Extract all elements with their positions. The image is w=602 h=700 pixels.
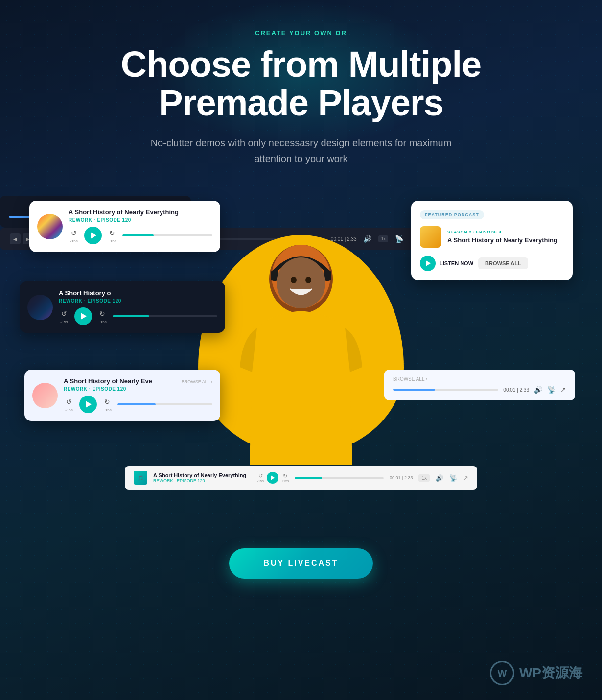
play-icon xyxy=(91,232,96,239)
player-meta-bottom-left: REWORK · EPISODE 120 xyxy=(64,386,212,392)
slim-controls: ↺ -15s ↻ +15s xyxy=(257,472,289,484)
person-image xyxy=(203,210,399,465)
player-meta-dark: REWORK · EPISODE 120 xyxy=(59,298,217,303)
player-mid-dark: A Short History o REWORK · EPISODE 120 ↺… xyxy=(20,281,225,333)
person-svg xyxy=(218,230,384,465)
player-title-dark: A Short History o xyxy=(59,289,217,297)
slim-title-block: A Short History of Nearly Everything REW… xyxy=(153,472,246,483)
player-info-bottom-left: A Short History of Nearly Eve BROWSE ALL… xyxy=(64,377,212,413)
cta-section: BUY LIVECAST xyxy=(0,529,602,618)
player-title-bottom-left: A Short History of Nearly Eve xyxy=(64,377,152,385)
player-bottom-left: A Short History of Nearly Eve BROWSE ALL… xyxy=(24,370,220,421)
slim-speed-badge[interactable]: 1x xyxy=(418,474,430,482)
featured-text: SEASON 2 · EPISODE 4 A Short History of … xyxy=(447,230,557,245)
player-avatar-dark xyxy=(27,295,53,320)
forward-btn-dark[interactable]: ↻ +15s xyxy=(97,308,108,324)
play-button-dark[interactable] xyxy=(74,307,92,325)
slim-title: A Short History of Nearly Everything xyxy=(153,472,246,478)
slim-rewind-btn[interactable]: ↺ -15s xyxy=(257,473,264,483)
slim-meta: REWORK · EPISODE 120 xyxy=(153,478,246,483)
forward-icon-dark: ↻ xyxy=(97,308,108,319)
player-title: A Short History of Nearly Everything xyxy=(69,209,212,216)
slim-forward-btn[interactable]: ↻ +15s xyxy=(281,473,289,483)
svg-point-5 xyxy=(291,277,297,283)
featured-season-meta: SEASON 2 · EPISODE 4 xyxy=(447,230,557,234)
player-controls: ↺ -15s ↻ +15s xyxy=(69,227,212,244)
slim-time: 00:01 | 2:33 xyxy=(390,475,413,480)
slim-logo: 🎵 xyxy=(134,471,147,485)
player-slim-bar: 🎵 A Short History of Nearly Everything R… xyxy=(125,466,477,490)
listen-play-icon xyxy=(426,260,431,266)
prev-nav-btn[interactable]: ◀ xyxy=(10,233,21,244)
progress-bar-bottom-left[interactable] xyxy=(117,403,212,405)
featured-badge: FEATURED PODCAST xyxy=(420,210,484,219)
play-icon-dark xyxy=(81,313,87,320)
progress-fill-bottom-left xyxy=(117,403,156,405)
hero-section: CREATE YOUR OWN OR Choose from Multiple … xyxy=(0,0,602,166)
featured-title: A Short History of Nearly Everything xyxy=(447,236,557,245)
forward-icon: ↻ xyxy=(107,228,117,238)
progress-bar-right-bottom[interactable] xyxy=(393,389,498,391)
right-bottom-header: BROWSE ALL › xyxy=(393,376,566,382)
player-avatar-pink xyxy=(32,383,58,408)
volume-right-bottom[interactable]: 🔊 xyxy=(534,386,542,394)
rewind-icon-dark: ↺ xyxy=(59,308,69,319)
forward-btn-bottom-left[interactable]: ↻ +15s xyxy=(102,397,113,412)
progress-fill xyxy=(122,234,154,236)
player-right-featured: FEATURED PODCAST SEASON 2 · EPISODE 4 A … xyxy=(411,201,573,280)
player-controls-bottom-left: ↺ -15s ↻ +15s xyxy=(64,396,212,413)
players-showcase: A Short History of Nearly Everything REW… xyxy=(0,196,602,499)
browse-all-button[interactable]: BROWSE ALL xyxy=(478,257,528,269)
buy-livecast-button[interactable]: BUY LIVECAST xyxy=(229,548,372,579)
listen-now-button[interactable]: LISTEN NOW xyxy=(420,256,473,271)
featured-content-row: SEASON 2 · EPISODE 4 A Short History of … xyxy=(420,226,564,248)
rewind-btn-dark[interactable]: ↺ -15s xyxy=(59,308,69,324)
rss-right-bottom[interactable]: 📡 xyxy=(547,386,556,394)
player-right-bottom-light: BROWSE ALL › 00:01 | 2:33 🔊 📡 ↗ xyxy=(384,370,575,400)
featured-buttons: LISTEN NOW BROWSE ALL xyxy=(420,256,564,271)
main-heading: Choose from Multiple Premade Players xyxy=(0,46,602,121)
featured-avatar-bg xyxy=(420,226,441,248)
player-controls-dark: ↺ -15s ↻ +15s xyxy=(59,307,217,325)
rewind-icon: ↺ xyxy=(69,228,79,238)
browse-all-right-bottom[interactable]: BROWSE ALL › xyxy=(393,376,427,382)
rewind-btn-bottom-left[interactable]: ↺ -15s xyxy=(64,397,74,412)
slim-play-icon xyxy=(271,475,275,480)
progress-bar[interactable] xyxy=(122,234,212,236)
play-button[interactable] xyxy=(84,227,102,244)
play-button-bottom-left[interactable] xyxy=(79,396,97,413)
progress-bar-dark[interactable] xyxy=(113,315,217,317)
play-icon-bottom-left xyxy=(86,401,92,408)
rewind-btn[interactable]: ↺ -15s xyxy=(69,228,79,243)
bottom-left-header: A Short History of Nearly Eve BROWSE ALL… xyxy=(64,377,212,386)
rewind-icon-bottom-left: ↺ xyxy=(64,397,74,407)
time-right-bottom: 00:01 | 2:33 xyxy=(503,387,529,393)
watermark: W WP资源海 xyxy=(490,661,582,685)
player-top-left: A Short History of Nearly Everything REW… xyxy=(29,201,220,252)
wp-logo: W xyxy=(490,661,514,685)
watermark-text: WP资源海 xyxy=(519,664,582,682)
svg-point-4 xyxy=(277,257,325,308)
share-right-bottom[interactable]: ↗ xyxy=(560,386,566,394)
browse-all-bottom-left[interactable]: BROWSE ALL › xyxy=(182,379,212,384)
slim-rss-icon[interactable]: 📡 xyxy=(449,474,457,482)
slim-play-btn[interactable] xyxy=(267,472,278,484)
slim-share-icon[interactable]: ↗ xyxy=(463,474,468,482)
slim-volume-icon[interactable]: 🔊 xyxy=(436,474,443,482)
right-bottom-controls: 00:01 | 2:33 🔊 📡 ↗ xyxy=(393,386,566,394)
featured-avatar xyxy=(420,226,441,248)
slim-forward-icon: ↻ xyxy=(283,473,287,479)
progress-fill-right-bottom xyxy=(393,389,435,391)
forward-btn[interactable]: ↻ +15s xyxy=(107,228,117,243)
player-avatar-colorful xyxy=(37,214,63,239)
player-info-topleft: A Short History of Nearly Everything REW… xyxy=(69,209,212,244)
svg-point-6 xyxy=(305,277,311,283)
slim-progress-bar[interactable] xyxy=(295,477,384,479)
listen-label: LISTEN NOW xyxy=(440,260,473,266)
subtitle-label: CREATE YOUR OWN OR xyxy=(0,29,602,37)
hero-description: No-clutter demos with only necessasry de… xyxy=(144,135,458,166)
slim-progress-fill xyxy=(295,477,322,479)
listen-play-btn[interactable] xyxy=(420,256,436,271)
progress-fill-dark xyxy=(113,315,149,317)
player-meta: REWORK · EPISODE 120 xyxy=(69,217,212,223)
